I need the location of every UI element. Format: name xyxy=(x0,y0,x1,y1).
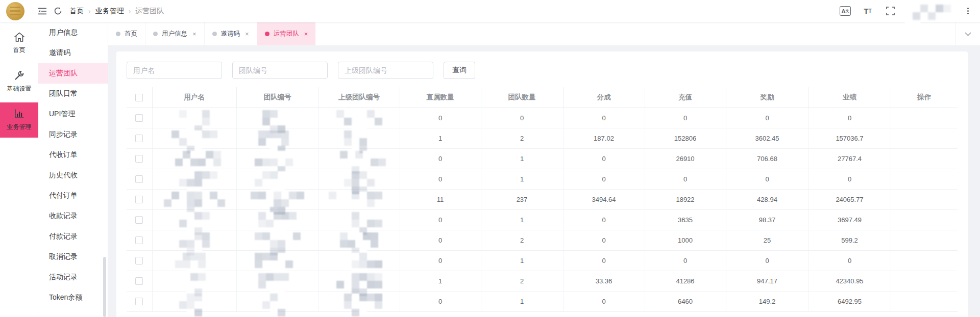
row-checkbox[interactable] xyxy=(135,135,143,142)
more-options-icon[interactable] xyxy=(963,8,973,14)
refresh-icon[interactable] xyxy=(50,4,65,19)
row-checkbox[interactable] xyxy=(135,216,143,224)
fullscreen-icon[interactable] xyxy=(883,4,898,19)
redacted-cell xyxy=(236,230,318,250)
app-window: 首页 › 业务管理 › 运营团队 A文 TT 首页基础设置业务管理 用户信息邀请… xyxy=(0,0,980,317)
tab-label: 用户信息 xyxy=(162,30,187,38)
value-cell: 2 xyxy=(481,128,563,148)
breadcrumb-current: 运营团队 xyxy=(135,7,164,16)
sidebar-item-9[interactable]: 收款记录 xyxy=(38,206,108,226)
value-cell: 0 xyxy=(563,209,645,230)
sidebar-item-13[interactable]: Token余额 xyxy=(38,287,108,308)
action-cell xyxy=(891,148,958,169)
value-cell: 2 xyxy=(481,230,563,250)
row-checkbox[interactable] xyxy=(135,196,143,203)
tab-label: 运营团队 xyxy=(274,30,299,38)
tab-close-icon[interactable]: × xyxy=(245,30,249,38)
sidebar-item-3[interactable]: 团队日常 xyxy=(38,84,108,104)
sidebar-item-2[interactable]: 运营团队 xyxy=(38,63,108,84)
breadcrumb-home[interactable]: 首页 xyxy=(69,7,84,16)
value-cell: 149.2 xyxy=(726,291,808,311)
value-cell: 599.2 xyxy=(808,230,891,250)
rail-item-home[interactable]: 首页 xyxy=(0,25,38,61)
sidebar-item-8[interactable]: 代付订单 xyxy=(38,186,108,206)
value-cell: 0 xyxy=(563,230,645,250)
redacted-cell xyxy=(236,148,318,169)
rail-item-business[interactable]: 业务管理 xyxy=(0,102,38,138)
sidebar-item-1[interactable]: 邀请码 xyxy=(38,43,108,63)
redacted-cell xyxy=(152,230,236,250)
tab-status-dot xyxy=(116,32,120,36)
username-redacted[interactable] xyxy=(905,5,956,18)
username-filter-input[interactable] xyxy=(127,62,222,79)
redacted-cell xyxy=(152,128,236,148)
row-checkbox[interactable] xyxy=(135,257,143,265)
redacted-cell xyxy=(152,209,236,230)
tab-3[interactable]: 运营团队× xyxy=(257,22,316,45)
row-checkbox[interactable] xyxy=(135,277,143,285)
value-cell: 26910 xyxy=(645,148,726,169)
value-cell: 42340.95 xyxy=(808,271,891,291)
home-icon xyxy=(14,32,25,42)
tabs-dropdown-chevron-icon[interactable] xyxy=(955,22,980,45)
action-cell xyxy=(891,291,958,311)
value-cell: 27767.4 xyxy=(808,148,891,169)
value-cell: 3635 xyxy=(645,209,726,230)
row-checkbox[interactable] xyxy=(135,155,143,163)
column-header-5: 分成 xyxy=(563,87,645,108)
tab-close-icon[interactable]: × xyxy=(192,30,197,38)
select-all-checkbox[interactable] xyxy=(135,94,143,101)
tab-0[interactable]: 首页 xyxy=(108,22,145,45)
table-row: 01026910706.6827767.4 xyxy=(127,148,958,169)
row-checkbox[interactable] xyxy=(135,236,143,244)
value-cell: 0 xyxy=(563,108,645,128)
redacted-cell xyxy=(318,169,400,189)
breadcrumb-section[interactable]: 业务管理 xyxy=(95,7,124,16)
redacted-cell xyxy=(236,169,318,189)
team-code-filter-input[interactable] xyxy=(232,62,328,79)
row-checkbox[interactable] xyxy=(135,114,143,122)
sidebar-item-0[interactable]: 用户信息 xyxy=(38,22,108,43)
sidebar-fold-icon[interactable] xyxy=(35,4,50,19)
breadcrumb-separator: › xyxy=(129,7,131,15)
action-cell xyxy=(891,250,958,271)
search-button[interactable]: 查询 xyxy=(444,62,475,79)
value-cell: 152806 xyxy=(645,128,726,148)
value-cell: 0 xyxy=(808,108,891,128)
sidebar-scrollbar-thumb[interactable] xyxy=(103,257,106,317)
redacted-cell xyxy=(236,189,318,209)
redacted-cell xyxy=(152,169,236,189)
sidebar-item-11[interactable]: 取消记录 xyxy=(38,247,108,267)
main-content-area: 首页用户信息×邀请码×运营团队× 查询 xyxy=(108,22,980,317)
value-cell: 24065.77 xyxy=(808,189,891,209)
sidebar-item-6[interactable]: 代收订单 xyxy=(38,145,108,165)
parent-team-code-filter-input[interactable] xyxy=(338,62,433,79)
font-size-icon[interactable]: TT xyxy=(860,4,875,19)
tab-close-icon[interactable]: × xyxy=(304,30,308,38)
sidebar-item-10[interactable]: 付款记录 xyxy=(38,226,108,247)
translate-icon[interactable]: A文 xyxy=(838,4,853,19)
value-cell: 0 xyxy=(645,108,726,128)
tab-2[interactable]: 邀请码× xyxy=(204,22,257,45)
row-checkbox[interactable] xyxy=(135,298,143,305)
redacted-cell xyxy=(318,271,400,291)
row-select-cell xyxy=(127,189,152,209)
rail-item-label: 业务管理 xyxy=(7,123,32,131)
table-row: 010363598.373697.49 xyxy=(127,209,958,230)
secondary-sidebar: 用户信息邀请码运营团队团队日常UPI管理同步记录代收订单历史代收代付订单收款记录… xyxy=(38,22,108,317)
sidebar-item-4[interactable]: UPI管理 xyxy=(38,104,108,124)
sidebar-item-5[interactable]: 同步记录 xyxy=(38,124,108,145)
redacted-cell xyxy=(152,148,236,169)
row-checkbox[interactable] xyxy=(135,175,143,183)
column-header-1: 团队编号 xyxy=(236,87,318,108)
value-cell: 1000 xyxy=(645,230,726,250)
top-header-bar: 首页 › 业务管理 › 运营团队 A文 TT xyxy=(0,0,980,22)
tab-1[interactable]: 用户信息× xyxy=(145,22,204,45)
table-row: 020100025599.2 xyxy=(127,230,958,250)
rail-item-settings[interactable]: 基础设置 xyxy=(0,64,38,99)
sidebar-item-12[interactable]: 活动记录 xyxy=(38,267,108,287)
sidebar-item-7[interactable]: 历史代收 xyxy=(38,165,108,186)
tab-status-dot xyxy=(212,32,217,36)
value-cell: 0 xyxy=(400,148,481,169)
value-cell: 3494.64 xyxy=(563,189,645,209)
